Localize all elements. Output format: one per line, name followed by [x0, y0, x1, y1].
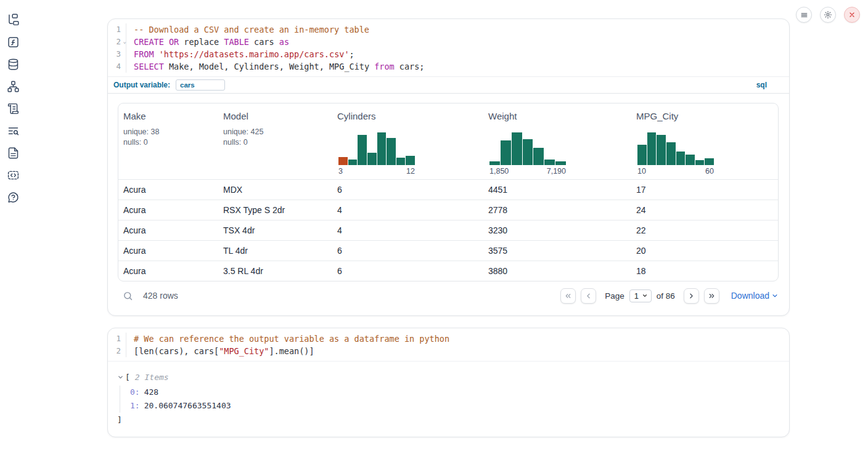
file-tree-icon[interactable]: [6, 13, 20, 26]
histogram-bar: [695, 160, 705, 165]
tree-item-key: 0:: [130, 387, 140, 397]
data-table: Make unique: 38 nulls: 0 Model unique: 4…: [118, 103, 779, 281]
output-variable-input[interactable]: [176, 79, 225, 91]
axis-min-label: 3: [338, 167, 343, 176]
histogram-bar: [367, 153, 377, 165]
documentation-icon[interactable]: [6, 146, 20, 160]
window-controls: [796, 7, 860, 23]
previous-page-button[interactable]: [581, 288, 596, 304]
code-text: [len(cars), cars["MPG_City"].mean()]: [126, 345, 314, 357]
histogram-bar: [686, 155, 695, 165]
column-header-model[interactable]: Model unique: 425 nulls: 0: [218, 103, 332, 179]
table-cell: 3.5 RL 4dr: [218, 266, 332, 276]
dependency-graph-icon[interactable]: [6, 79, 20, 93]
mpg-city-histogram[interactable]: 1060: [637, 132, 714, 176]
code-line[interactable]: 2[len(cars), cars["MPG_City"].mean()]: [108, 345, 789, 357]
table-cell: Acura: [118, 205, 218, 215]
code-line[interactable]: 3FROM 'https://datasets.marimo.app/cars.…: [108, 48, 789, 60]
menu-button[interactable]: [796, 7, 812, 23]
table-cell: 6: [332, 266, 483, 276]
histogram-bar: [676, 152, 686, 165]
line-number: 1: [108, 333, 126, 345]
column-header-weight[interactable]: Weight 1,8507,190: [483, 103, 631, 179]
table-cell: TSX 4dr: [218, 225, 332, 235]
python-code-editor[interactable]: 1# We can reference the output variable …: [108, 328, 789, 361]
histogram-bar: [348, 160, 358, 165]
table-cell: 24: [631, 205, 778, 215]
tree-items-count: 2 Items: [135, 373, 169, 382]
tree-open-bracket: [: [125, 373, 130, 382]
code-line[interactable]: 1# We can reference the output variable …: [108, 333, 789, 345]
weight-histogram[interactable]: 1,8507,190: [489, 132, 566, 176]
page-select[interactable]: 1: [629, 289, 652, 302]
table-row[interactable]: AcuraRSX Type S 2dr4277824: [118, 200, 778, 220]
histogram-bar: [387, 138, 396, 165]
line-number: 2⌄: [108, 36, 126, 48]
shutdown-button[interactable]: [844, 7, 860, 23]
make-unique-stat: unique: 38: [123, 127, 213, 137]
table-cell: 6: [332, 185, 483, 195]
first-page-button[interactable]: [560, 288, 576, 304]
table-cell: 3575: [483, 246, 631, 256]
histogram-bar: [523, 139, 533, 165]
last-page-button[interactable]: [704, 288, 719, 304]
sql-cell: 1-- Download a CSV and create an in-memo…: [107, 18, 790, 316]
histogram-bar: [358, 135, 367, 165]
table-cell: 3880: [483, 266, 631, 276]
column-header-mpg-city[interactable]: MPG_City 1060: [631, 103, 778, 179]
column-header-make[interactable]: Make unique: 38 nulls: 0: [118, 103, 218, 179]
table-cell: MDX: [218, 185, 332, 195]
sql-output-area: Make unique: 38 nulls: 0 Model unique: 4…: [108, 94, 789, 315]
functions-icon[interactable]: [6, 35, 20, 49]
cylinders-histogram[interactable]: 312: [338, 132, 415, 176]
table-row[interactable]: AcuraTL 4dr6357520: [118, 240, 778, 261]
settings-button[interactable]: [820, 7, 836, 23]
histogram-bar: [338, 157, 348, 165]
sql-code-editor[interactable]: 1-- Download a CSV and create an in-memo…: [108, 19, 789, 76]
chevron-down-icon: [771, 292, 779, 299]
chevron-right-icon: [687, 292, 695, 300]
logs-icon[interactable]: [6, 102, 20, 115]
column-header-cylinders[interactable]: Cylinders 312: [332, 103, 483, 179]
table-cell: 18: [631, 266, 778, 276]
code-text: FROM 'https://datasets.marimo.app/cars.c…: [126, 48, 354, 60]
table-row[interactable]: AcuraMDX6445117: [118, 179, 778, 200]
axis-max-label: 60: [705, 167, 714, 176]
download-button[interactable]: Download: [731, 291, 779, 301]
table-cell: RSX Type S 2dr: [218, 205, 332, 215]
datasources-icon[interactable]: [6, 57, 20, 71]
python-output-area: [ 2 Items 0:4281:20.060747663551403 ]: [108, 361, 789, 437]
table-cell: Acura: [118, 246, 218, 256]
model-nulls-stat: nulls: 0: [223, 137, 327, 148]
table-row[interactable]: Acura3.5 RL 4dr6388018: [118, 261, 778, 281]
histogram-bar: [544, 160, 555, 165]
fold-chevron-icon[interactable]: ⌄: [123, 35, 126, 47]
tree-item[interactable]: 1:20.060747663551403: [130, 399, 779, 413]
help-icon[interactable]: [6, 190, 20, 204]
row-count-label: 428 rows: [143, 291, 178, 301]
chevrons-right-icon: [708, 292, 716, 300]
language-badge[interactable]: sql: [756, 81, 767, 89]
code-text: CREATE OR replace TABLE cars as: [126, 36, 289, 48]
table-search-icon[interactable]: [123, 291, 133, 301]
code-line[interactable]: 4SELECT Make, Model, Cylinders, Weight, …: [108, 60, 789, 73]
table-row[interactable]: AcuraTSX 4dr4323022: [118, 220, 778, 240]
table-cell: Acura: [118, 185, 218, 195]
notebook: 1-- Download a CSV and create an in-memo…: [107, 18, 790, 437]
search-icon[interactable]: [6, 124, 20, 137]
collapse-chevron-icon[interactable]: [117, 374, 124, 381]
table-body: AcuraMDX6445117AcuraRSX Type S 2dr427782…: [118, 179, 778, 281]
chevron-left-icon: [584, 292, 592, 300]
table-cell: 3230: [483, 225, 631, 235]
tree-item[interactable]: 0:428: [130, 386, 779, 399]
table-cell: TL 4dr: [218, 246, 332, 256]
model-unique-stat: unique: 425: [223, 127, 327, 137]
code-line[interactable]: 2⌄CREATE OR replace TABLE cars as: [108, 36, 789, 48]
left-sidebar: [6, 13, 20, 204]
snippets-icon[interactable]: [6, 168, 20, 182]
code-line[interactable]: 1-- Download a CSV and create an in-memo…: [108, 23, 789, 36]
histogram-bar: [533, 148, 544, 165]
next-page-button[interactable]: [684, 288, 699, 304]
table-cell: 4: [332, 205, 483, 215]
tree-item-value: 20.060747663551403: [144, 401, 231, 410]
